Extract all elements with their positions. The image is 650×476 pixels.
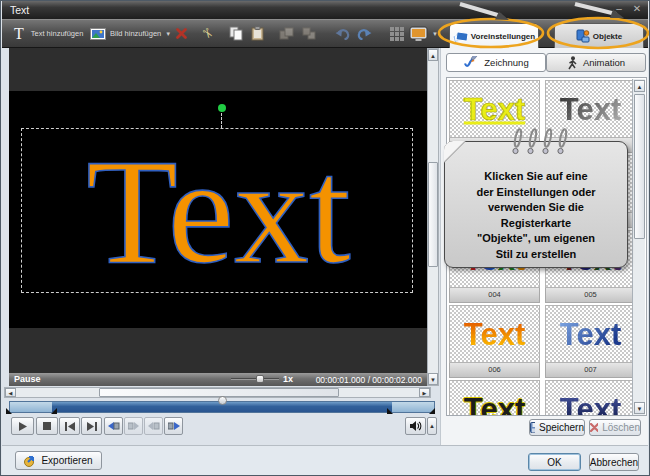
drawing-pen-icon xyxy=(463,56,479,69)
delete-icon xyxy=(590,423,598,432)
minimize-button[interactable]: – xyxy=(612,3,626,14)
frame-icon xyxy=(128,421,140,431)
delete-preset-button[interactable]: Löschen xyxy=(589,419,641,436)
delete-item-button[interactable] xyxy=(175,20,188,47)
send-backward-icon xyxy=(302,27,317,41)
add-text-button[interactable]: T Text hinzufügen xyxy=(14,20,83,47)
cut-button[interactable]: ✂ xyxy=(202,20,213,47)
tab-voreinstellungen-label: Voreinstellungen xyxy=(471,32,535,41)
scroll-left-arrow[interactable]: ◀ xyxy=(5,388,16,397)
volume-popup-button[interactable]: ▲ xyxy=(427,417,437,435)
frame-icon xyxy=(148,421,160,431)
bring-forward-button[interactable] xyxy=(279,20,295,47)
preset-sample-text: Text xyxy=(450,394,539,417)
trim-marker-2[interactable] xyxy=(51,408,57,414)
timeline-playhead[interactable] xyxy=(218,396,227,405)
redo-icon xyxy=(356,27,372,40)
undo-button[interactable] xyxy=(335,20,351,47)
export-icon xyxy=(24,455,37,467)
redo-button[interactable] xyxy=(356,20,372,47)
hscroll-thumb[interactable] xyxy=(99,388,339,397)
ok-button[interactable]: OK xyxy=(528,453,581,471)
preset-scroll-up[interactable]: ▲ xyxy=(634,80,645,92)
grid-toggle-button[interactable] xyxy=(390,20,404,47)
tab-objekte[interactable]: Objekte xyxy=(554,23,644,48)
speed-slider-thumb[interactable] xyxy=(256,375,264,383)
trim-marker-4[interactable] xyxy=(429,408,435,414)
preset-item[interactable]: Text006 xyxy=(449,305,540,378)
add-image-label: Bild hinzufügen xyxy=(110,29,161,38)
preset-item[interactable]: Text007 xyxy=(545,305,636,378)
tab-zeichnung-label: Zeichnung xyxy=(484,57,528,68)
preset-scroll-down[interactable]: ▼ xyxy=(634,402,645,414)
preset-item[interactable]: Text xyxy=(449,380,540,416)
frame-back-icon xyxy=(108,421,120,431)
display-mode-button[interactable]: ▼ xyxy=(409,20,438,47)
copy-button[interactable] xyxy=(229,20,243,47)
add-image-button[interactable]: Bild hinzufügen ▼ xyxy=(90,20,171,47)
frame-step-button-3[interactable] xyxy=(144,417,163,435)
stop-icon xyxy=(43,422,51,430)
frame-step-button-2[interactable] xyxy=(124,417,143,435)
undo-icon xyxy=(335,27,351,40)
volume-button[interactable] xyxy=(405,417,426,435)
preset-label: 007 xyxy=(545,363,636,378)
preview-canvas[interactable]: Text Pause 1x 00:00:01.000 / 00:00:02.00… xyxy=(9,48,428,386)
preset-scroll-thumb[interactable] xyxy=(634,94,645,239)
frame-back-button[interactable] xyxy=(104,417,123,435)
save-icon xyxy=(530,422,535,433)
window-title: Text xyxy=(10,4,29,16)
chevron-down-icon: ▼ xyxy=(432,31,438,37)
canvas-vscrollbar[interactable]: ▲ ▼ xyxy=(427,48,439,386)
skip-end-icon xyxy=(87,422,97,431)
speed-slider-track[interactable] xyxy=(231,378,279,380)
title-bar: Text – ✕ xyxy=(2,1,648,19)
export-label: Exportieren xyxy=(41,455,92,466)
walking-person-icon xyxy=(567,56,578,70)
frame-forward-icon xyxy=(168,421,180,431)
save-preset-button[interactable]: Speichern xyxy=(529,419,585,436)
player-status: Pause xyxy=(14,374,41,384)
add-text-label: Text hinzufügen xyxy=(31,29,84,38)
tab-voreinstellungen[interactable]: Voreinstellungen xyxy=(449,23,539,49)
preset-sample-text: Text xyxy=(450,94,539,125)
player-status-bar: Pause 1x 00:00:01.000 / 00:00:02.000 xyxy=(9,373,428,386)
tab-animation[interactable]: Animation xyxy=(546,53,646,72)
preset-item[interactable]: Text xyxy=(545,380,636,416)
preset-label: 005 xyxy=(545,288,636,303)
export-button[interactable]: Exportieren xyxy=(15,451,102,470)
speed-value: 1x xyxy=(283,374,293,384)
go-end-button[interactable] xyxy=(81,417,102,435)
scissors-icon: ✂ xyxy=(198,25,217,43)
close-button[interactable]: ✕ xyxy=(630,3,644,14)
trim-marker-1[interactable] xyxy=(6,408,12,414)
canvas-text[interactable]: Text xyxy=(9,136,428,286)
scroll-down-arrow[interactable]: ▼ xyxy=(428,373,438,385)
text-tool-icon: T xyxy=(14,25,24,43)
paste-button[interactable] xyxy=(251,20,264,47)
bring-forward-icon xyxy=(279,27,295,41)
scroll-right-arrow[interactable]: ▶ xyxy=(419,388,430,397)
rotation-handle[interactable] xyxy=(218,104,226,112)
chevron-down-icon: ▼ xyxy=(165,31,171,37)
handle-connector xyxy=(221,113,222,128)
frame-forward-button[interactable] xyxy=(164,417,183,435)
preset-thumbnail[interactable]: Text xyxy=(545,305,636,363)
canvas-hscrollbar[interactable]: ◀ ▶ xyxy=(4,387,431,398)
stop-button[interactable] xyxy=(36,417,58,435)
play-button[interactable] xyxy=(11,417,34,435)
preset-label: 004 xyxy=(449,288,540,303)
trim-marker-3[interactable] xyxy=(387,408,393,414)
preset-thumbnail[interactable]: Text xyxy=(449,305,540,363)
preset-vscrollbar[interactable]: ▲ ▼ xyxy=(632,79,645,415)
preset-thumbnail[interactable]: Text xyxy=(449,380,540,416)
cancel-button[interactable]: Abbrechen xyxy=(589,453,639,471)
go-start-button[interactable] xyxy=(59,417,80,435)
tab-zeichnung[interactable]: Zeichnung xyxy=(446,53,546,72)
vscroll-thumb[interactable] xyxy=(428,162,438,267)
delete-label: Löschen xyxy=(602,422,640,433)
preset-thumbnail[interactable]: Text xyxy=(545,380,636,416)
paste-icon xyxy=(251,26,264,41)
scroll-up-arrow[interactable]: ▲ xyxy=(428,49,438,61)
send-backward-button[interactable] xyxy=(302,20,317,47)
